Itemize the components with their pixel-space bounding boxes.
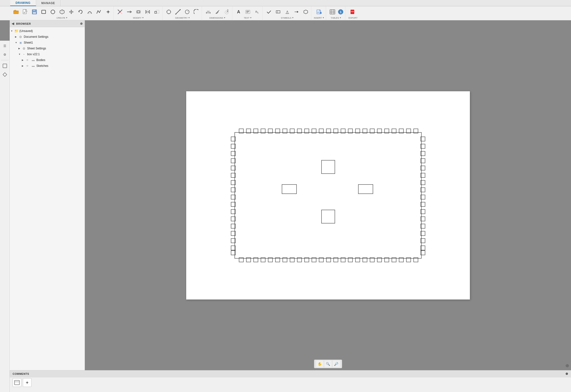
tree-label-box: box v22:1: [27, 53, 40, 56]
btn-sym-arrow1[interactable]: [292, 8, 301, 16]
btn-circle2[interactable]: [48, 8, 57, 16]
btn-move[interactable]: [67, 8, 76, 16]
btn-dim-linear[interactable]: mm: [204, 8, 213, 16]
btn-pan[interactable]: ✋: [316, 361, 323, 367]
svg-point-35: [180, 9, 181, 10]
insert-arrow[interactable]: ▼: [322, 17, 324, 19]
sym-arrow2-icon: [303, 9, 308, 14]
btn-sym-box[interactable]: [274, 8, 283, 16]
btn-insert-main[interactable]: ↙: [313, 8, 325, 16]
btn-zoom-out[interactable]: 🔎: [333, 361, 340, 367]
btn-point[interactable]: [104, 8, 112, 16]
svg-point-11: [107, 11, 109, 13]
rotate-icon: [78, 9, 83, 14]
circle2-icon: [50, 9, 56, 14]
btn-sym-check[interactable]: [265, 8, 273, 16]
btn-scale[interactable]: [152, 8, 161, 16]
polyline-icon: [96, 9, 102, 14]
geometry-arrow[interactable]: ▼: [188, 17, 190, 19]
btn-mirror[interactable]: [143, 8, 152, 16]
btn-sym-arrow2[interactable]: [301, 8, 310, 16]
table-main-icon: [330, 9, 335, 14]
comments-title: COMMENTS: [13, 372, 29, 375]
comments-settings-btn[interactable]: ⊕: [565, 372, 568, 376]
btn-zoom-in[interactable]: 🔍: [324, 361, 332, 367]
drawing-sheet: [186, 91, 470, 299]
btn-dim-radius[interactable]: R: [222, 8, 231, 16]
corner-nav-icon[interactable]: ⊕: [565, 363, 569, 368]
canvas-area[interactable]: ✋ 🔍 🔎 ⊕: [85, 20, 571, 370]
tree-item-sheet-settings[interactable]: ▶ ⚙ Sheet Settings: [10, 45, 85, 51]
svg-line-44: [227, 11, 228, 12]
btn-rotate[interactable]: [76, 8, 85, 16]
btn-open-folder[interactable]: [12, 8, 20, 16]
sheet-icon-sheet1: ▣: [18, 41, 23, 45]
svg-line-18: [118, 10, 120, 11]
btn-new[interactable]: [21, 8, 30, 16]
modify-arrow[interactable]: ▼: [142, 17, 144, 19]
btn-rect[interactable]: [39, 8, 48, 16]
svg-rect-160: [358, 184, 373, 194]
dimensions-icons: mm R: [204, 8, 231, 16]
rectangle-icon: [41, 9, 46, 14]
btn-polyline[interactable]: [95, 8, 103, 16]
pdf-export-icon: PDF: [350, 9, 356, 14]
geometry-label: GEOMETRY ▼: [175, 17, 190, 19]
sidebar-btn-tool1[interactable]: [1, 62, 9, 70]
btn-extend[interactable]: [125, 8, 134, 16]
tree-label-sheet1: Sheet1: [24, 41, 33, 44]
sidebar-btn-tool2[interactable]: [1, 70, 9, 79]
point-icon: [105, 9, 111, 14]
btn-geo-line[interactable]: [174, 8, 182, 16]
tree-item-sketches[interactable]: ▶ 👁 ▬ Sketches: [10, 63, 85, 69]
btn-text-a[interactable]: A: [234, 8, 243, 16]
comments-view-btn[interactable]: [13, 378, 21, 387]
tab-drawing[interactable]: DRAWING: [10, 0, 36, 6]
dimensions-label: DIMENSIONS ▼: [210, 17, 226, 19]
tab-manage[interactable]: MANAGE: [36, 0, 60, 6]
tree-arrow-sketches: ▶: [22, 65, 25, 67]
tree-item-sheet1[interactable]: ▼ ▣ Sheet1: [10, 40, 85, 45]
tree-item-doc-settings[interactable]: ▶ ⚙ Document Settings: [10, 34, 85, 40]
text-arrow[interactable]: ▼: [250, 17, 252, 19]
dim-angular-icon: [215, 9, 220, 14]
svg-point-9: [51, 10, 55, 14]
browser-settings-btn[interactable]: ⊕: [80, 22, 83, 26]
toolbar-group-create: CREATE ▼: [11, 6, 114, 20]
btn-trim[interactable]: [116, 8, 124, 16]
sym-box-icon: [275, 9, 281, 14]
browser-collapse-btn[interactable]: ◀: [12, 22, 14, 26]
btn-geo-circle[interactable]: [183, 8, 192, 16]
dimensions-arrow[interactable]: ▼: [224, 17, 226, 19]
btn-table-num[interactable]: 1: [337, 8, 344, 16]
btn-text-format[interactable]: [243, 8, 252, 16]
btn-dim-angular[interactable]: [213, 8, 222, 16]
symbols-arrow[interactable]: ▼: [292, 17, 294, 19]
btn-pdf-export[interactable]: PDF: [347, 8, 359, 16]
sidebar-btn-gear[interactable]: ⚙: [1, 50, 9, 59]
tree-item-box[interactable]: ▼ ▪ box v22:1: [10, 51, 85, 57]
export-label: EXPORT: [349, 17, 358, 19]
geometry-icons: [164, 8, 201, 16]
btn-3d[interactable]: [58, 8, 66, 16]
toolbar-group-text: A A₁Ω TEXT ▼: [233, 6, 263, 20]
create-arrow[interactable]: ▼: [66, 17, 68, 19]
btn-geo-crosshair[interactable]: [164, 8, 173, 16]
btn-geo-arc[interactable]: [192, 8, 201, 16]
open-folder-icon: [13, 9, 19, 14]
tables-icons: 1: [328, 8, 344, 16]
sidebar-btn-menu[interactable]: ☰: [1, 42, 9, 50]
btn-sym-text-box[interactable]: A: [283, 8, 292, 16]
insert-icons: ↙: [313, 8, 325, 16]
comments-add-btn[interactable]: +: [23, 378, 31, 387]
tree-item-unsaved[interactable]: ▼ 📁 (Unsaved): [10, 28, 85, 34]
btn-table-main[interactable]: [328, 8, 337, 16]
btn-text-symbol[interactable]: A₁Ω: [253, 8, 261, 16]
tree-item-bodies[interactable]: ▶ 👁 ▬ Bodies: [10, 57, 85, 63]
svg-text:↙: ↙: [320, 12, 321, 14]
btn-offset[interactable]: [134, 8, 143, 16]
btn-arc[interactable]: [85, 8, 94, 16]
tree-label-doc-settings: Document Settings: [24, 35, 48, 39]
btn-save[interactable]: [30, 8, 39, 16]
tables-arrow[interactable]: ▼: [339, 17, 341, 19]
